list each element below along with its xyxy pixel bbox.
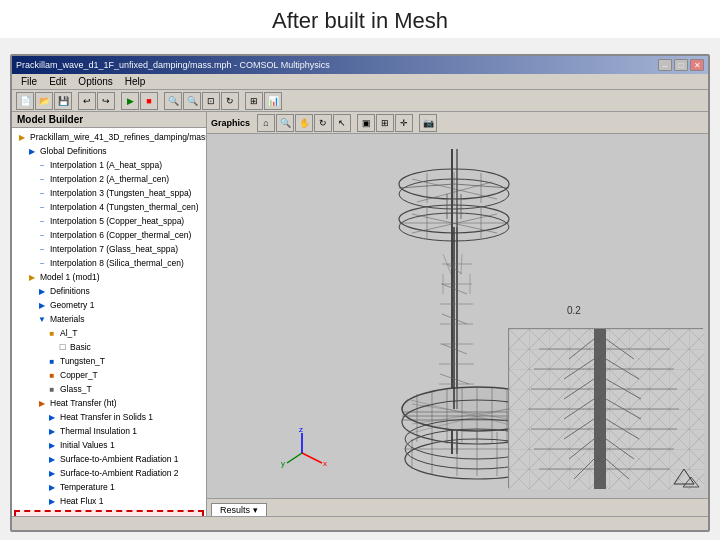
menu-help[interactable]: Help <box>120 76 151 87</box>
undo-button[interactable]: ↩ <box>78 92 96 110</box>
graphics-render-button[interactable]: ▣ <box>357 114 375 132</box>
tree-label: Surface-to-Ambient Radiation 2 <box>60 468 179 478</box>
left-panel: Model Builder ▶Prackillam_wire_41_3D_ref… <box>12 112 207 516</box>
tree-icon: ■ <box>46 369 58 381</box>
inset-mesh-view <box>508 328 703 488</box>
tree-item[interactable]: ▶Surface-to-Ambient Radiation 2 <box>14 466 204 480</box>
tree-label: Interpolation 1 (A_heat_sppa) <box>50 160 162 170</box>
menu-file[interactable]: File <box>16 76 42 87</box>
menu-bar: File Edit Options Help <box>12 74 708 90</box>
tree-item[interactable]: ~Interpolation 5 (Copper_heat_sppa) <box>14 214 204 228</box>
open-button[interactable]: 📂 <box>35 92 53 110</box>
toolbar-sep4 <box>240 92 244 110</box>
tree-item[interactable]: ▶Temperature 1 <box>14 480 204 494</box>
svg-text:z: z <box>299 428 303 434</box>
window-title-text: Prackillam_wave_d1_1F_unfixed_damping/ma… <box>16 60 330 70</box>
tree-icon: ▶ <box>46 439 58 451</box>
tree-item[interactable]: ▶Geometry 1 <box>14 298 204 312</box>
close-button[interactable]: ✕ <box>690 59 704 71</box>
tree-icon: ▶ <box>36 299 48 311</box>
tree-icon: ▶ <box>26 145 38 157</box>
tree-icon: ~ <box>36 187 48 199</box>
tree-item[interactable]: ~Interpolation 4 (Tungsten_thermal_cen) <box>14 200 204 214</box>
tree-item[interactable]: ▶Model 1 (mod1) <box>14 270 204 284</box>
tree-item[interactable]: ~Interpolation 1 (A_heat_sppa) <box>14 158 204 172</box>
save-button[interactable]: 💾 <box>54 92 72 110</box>
graphics-sep1 <box>352 114 356 132</box>
tree-item[interactable]: ■Glass_T <box>14 382 204 396</box>
menu-options[interactable]: Options <box>73 76 117 87</box>
graphics-rotate-button[interactable]: ↻ <box>314 114 332 132</box>
tree-item[interactable]: ▶Global Definitions <box>14 144 204 158</box>
tree-item[interactable]: ▼Materials <box>14 312 204 326</box>
graphics-sep2 <box>414 114 418 132</box>
results-tab-item[interactable]: Results ▾ <box>211 503 267 516</box>
tree-item[interactable]: ~Interpolation 3 (Tungsten_heat_sppa) <box>14 186 204 200</box>
zoom-out-button[interactable]: 🔍 <box>183 92 201 110</box>
tree-item[interactable]: ▶Initial Values 1 <box>14 438 204 452</box>
tree-item[interactable]: ☐Basic <box>14 340 204 354</box>
tree-icon: ■ <box>46 355 58 367</box>
axis-indicator: x y z <box>277 428 317 468</box>
graphics-screenshot-button[interactable]: 📷 <box>419 114 437 132</box>
graphics-mesh-button[interactable]: ⊞ <box>376 114 394 132</box>
tree-item[interactable]: ▶Surface-to-Ambient Radiation 1 <box>14 452 204 466</box>
tree-item[interactable]: ~Interpolation 6 (Copper_thermal_cen) <box>14 228 204 242</box>
tree-label: Initial Values 1 <box>60 440 115 450</box>
svg-line-72 <box>287 453 302 463</box>
tree-item[interactable]: ■Tungsten_T <box>14 354 204 368</box>
tree-label: Interpolation 2 (A_thermal_cen) <box>50 174 169 184</box>
plot-button[interactable]: 📊 <box>264 92 282 110</box>
tree-item[interactable]: ■Copper_T <box>14 368 204 382</box>
tree-label: Interpolation 3 (Tungsten_heat_sppa) <box>50 188 191 198</box>
tree-label: Tungsten_T <box>60 356 105 366</box>
stop-button[interactable]: ■ <box>140 92 158 110</box>
tree-label: Interpolation 4 (Tungsten_thermal_cen) <box>50 202 199 212</box>
tree-item[interactable]: ▶Heat Transfer in Solids 1 <box>14 410 204 424</box>
main-toolbar: 📄 📂 💾 ↩ ↪ ▶ ■ 🔍 🔍 ⊡ ↻ ⊞ 📊 <box>12 90 708 112</box>
run-button[interactable]: ▶ <box>121 92 139 110</box>
tree-label: Surface-to-Ambient Radiation 1 <box>60 454 179 464</box>
tree-item[interactable]: ~Interpolation 2 (A_thermal_cen) <box>14 172 204 186</box>
tree-label: Model 1 (mod1) <box>40 272 100 282</box>
graphics-pan-button[interactable]: ✋ <box>295 114 313 132</box>
maximize-button[interactable]: □ <box>674 59 688 71</box>
tree-label: Interpolation 6 (Copper_thermal_cen) <box>50 230 191 240</box>
tree-item[interactable]: ~Interpolation 7 (Glass_heat_sppa) <box>14 242 204 256</box>
application-window: Prackillam_wave_d1_1F_unfixed_damping/ma… <box>10 54 710 532</box>
new-button[interactable]: 📄 <box>16 92 34 110</box>
tree-label: Heat Transfer in Solids 1 <box>60 412 153 422</box>
right-area: Graphics ⌂ 🔍 ✋ ↻ ↖ ▣ ⊞ ✛ 📷 <box>207 112 708 516</box>
zoom-in-button[interactable]: 🔍 <box>164 92 182 110</box>
tree-icon: ▶ <box>46 411 58 423</box>
tree-item[interactable]: ▶Prackillam_wire_41_3D_refines_damping/m… <box>14 130 204 144</box>
tree-label: Heat Flux 1 <box>60 496 103 506</box>
menu-edit[interactable]: Edit <box>44 76 71 87</box>
tree-item[interactable]: ▶Definitions <box>14 284 204 298</box>
tree-icon: ■ <box>46 383 58 395</box>
tree-item[interactable]: ▶Thermal Insulation 1 <box>14 424 204 438</box>
toolbar-sep2 <box>116 92 120 110</box>
fit-button[interactable]: ⊡ <box>202 92 220 110</box>
tree-item[interactable]: ▶Heat Flux 1 <box>14 494 204 508</box>
tree-item[interactable]: ■Al_T <box>14 326 204 340</box>
model-tree[interactable]: ▶Prackillam_wire_41_3D_refines_damping/m… <box>12 128 206 516</box>
tree-label: Glass_T <box>60 384 92 394</box>
graphics-select-button[interactable]: ↖ <box>333 114 351 132</box>
redo-button[interactable]: ↪ <box>97 92 115 110</box>
tree-item[interactable]: ▶Heat Transfer (ht) <box>14 396 204 410</box>
graphics-zoom-button[interactable]: 🔍 <box>276 114 294 132</box>
axis-svg: x y z <box>277 428 327 478</box>
tree-icon: ▼ <box>36 313 48 325</box>
svg-line-70 <box>302 453 322 463</box>
mesh-button[interactable]: ⊞ <box>245 92 263 110</box>
tree-icon: ▶ <box>36 397 48 409</box>
graphics-home-button[interactable]: ⌂ <box>257 114 275 132</box>
graphics-axes-button[interactable]: ✛ <box>395 114 413 132</box>
graphics-panel[interactable]: 0.2 1.1 <box>207 134 708 498</box>
tree-label: Heat Transfer (ht) <box>50 398 117 408</box>
rotate-button[interactable]: ↻ <box>221 92 239 110</box>
tree-item[interactable]: ~Interpolation 8 (Silica_thermal_cen) <box>14 256 204 270</box>
tree-icon: ~ <box>36 173 48 185</box>
minimize-button[interactable]: – <box>658 59 672 71</box>
